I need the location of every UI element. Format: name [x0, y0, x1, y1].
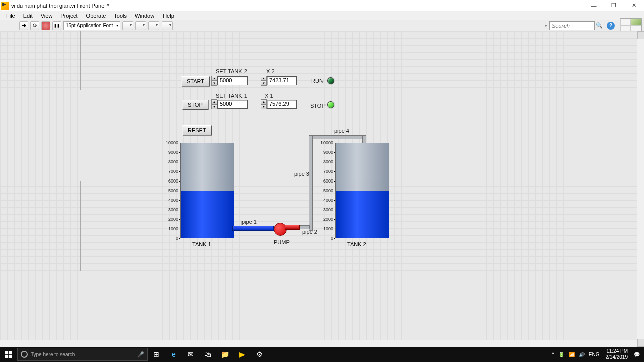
resize-menu[interactable]	[148, 21, 159, 30]
x1-label: X 1	[265, 93, 273, 99]
pipe4	[309, 135, 365, 139]
x1-indicator[interactable]: ▲▼ 7576.29	[261, 99, 297, 109]
notifications-icon[interactable]: 💬	[634, 352, 640, 357]
pipe1	[232, 226, 274, 231]
pipe2-label: pipe 2	[302, 229, 317, 235]
stop-button[interactable]: STOP	[182, 100, 208, 110]
tank2-name: TANK 2	[347, 241, 366, 247]
svg-rect-0	[5, 351, 8, 354]
tank2-body	[335, 143, 389, 238]
set-tank2-control[interactable]: ▲▼ 5000	[211, 76, 248, 86]
menu-operate[interactable]: Operate	[82, 12, 110, 20]
search-icon[interactable]: 🔍	[595, 21, 604, 30]
tank2[interactable]: 10000 9000 8000 7000 6000 5000 4000 3000…	[319, 143, 389, 238]
stop-led	[327, 101, 334, 108]
minimize-button[interactable]: —	[584, 1, 604, 11]
cortana-icon	[21, 351, 28, 358]
run-button[interactable]	[19, 21, 28, 30]
search-input[interactable]	[549, 21, 595, 30]
date: 2/14/2019	[606, 354, 628, 360]
menu-window[interactable]: Window	[131, 12, 158, 20]
svg-rect-1	[9, 351, 12, 354]
set-tank1-label: SET TANK 1	[216, 93, 247, 99]
edge-icon[interactable]: e	[165, 347, 182, 362]
tank1-name: TANK 1	[192, 241, 211, 247]
tank2-fill	[336, 191, 389, 238]
mail-icon[interactable]: ✉	[182, 347, 199, 362]
toolbar: 15pt Application Font ▾ 🔍 ?	[0, 20, 644, 31]
stop-led-label: STOP	[310, 103, 326, 109]
set-tank1-control[interactable]: ▲▼ 5000	[211, 99, 248, 109]
pipe1-label: pipe 1	[242, 219, 257, 225]
maximize-button[interactable]: ❐	[604, 1, 624, 11]
svg-rect-2	[5, 355, 8, 358]
window-title: vi du ham phat thoi gian.vi Front Panel …	[11, 3, 109, 9]
pump-outlet	[285, 225, 300, 230]
start-button[interactable]: START	[181, 76, 210, 86]
taskbar-search-placeholder: Type here to search	[31, 352, 75, 357]
tank2-scale: 10000 9000 8000 7000 6000 5000 4000 3000…	[319, 143, 333, 238]
run-led	[327, 77, 334, 84]
svg-rect-3	[9, 355, 12, 358]
wifi-icon[interactable]: 📶	[569, 352, 575, 357]
front-panel-canvas[interactable]: SET TANK 2 X 2 START ▲▼ 5000 ▲▼ 7423.71 …	[0, 31, 644, 347]
pump[interactable]	[274, 223, 287, 236]
pipe4-label: pipe 4	[334, 128, 349, 134]
store-icon[interactable]: 🛍	[199, 347, 216, 362]
horizontal-scrollbar[interactable]	[0, 340, 637, 347]
battery-icon[interactable]: 🔋	[558, 352, 565, 357]
help-icon[interactable]: ?	[607, 22, 615, 30]
time: 11:24 PM	[606, 348, 628, 354]
menu-project[interactable]: Project	[56, 12, 82, 20]
pump-label: PUMP	[274, 239, 290, 245]
tank1[interactable]: 10000 9000 8000 7000 6000 5000 4000 3000…	[164, 143, 234, 238]
distribute-menu[interactable]	[135, 21, 146, 30]
task-view-icon[interactable]: ⊞	[148, 347, 165, 362]
pipe3-label: pipe 3	[294, 171, 309, 177]
menu-edit[interactable]: Edit	[19, 12, 37, 20]
menu-file[interactable]: File	[2, 12, 19, 20]
x1-value[interactable]: 7576.29	[267, 100, 297, 109]
reset-button[interactable]: RESET	[182, 125, 212, 135]
labview-icon	[1, 2, 9, 10]
close-button[interactable]: ✕	[624, 1, 644, 11]
menu-tools[interactable]: Tools	[110, 12, 131, 20]
mic-icon[interactable]: 🎤	[137, 351, 144, 358]
increment-icon[interactable]: ▲	[211, 76, 217, 81]
x2-indicator[interactable]: ▲▼ 7423.71	[261, 76, 297, 86]
menu-view[interactable]: View	[37, 12, 57, 20]
set-tank2-value[interactable]: 5000	[217, 76, 248, 85]
app-icon[interactable]: ⚙	[251, 347, 268, 362]
taskbar-search[interactable]: Type here to search 🎤	[17, 348, 148, 361]
start-button-win[interactable]	[0, 347, 17, 362]
font-selector[interactable]: 15pt Application Font	[63, 21, 120, 30]
tank1-body	[180, 143, 234, 238]
tank1-fill	[181, 191, 234, 238]
run-label: RUN	[311, 78, 324, 84]
vertical-scrollbar[interactable]	[637, 31, 644, 347]
title-bar: vi du ham phat thoi gian.vi Front Panel …	[0, 0, 644, 11]
set-tank2-label: SET TANK 2	[216, 68, 247, 74]
pipe3	[309, 135, 313, 231]
run-continuous-button[interactable]	[30, 21, 39, 30]
volume-icon[interactable]: 🔊	[579, 352, 585, 357]
decrement-icon[interactable]: ▼	[211, 81, 217, 86]
menu-help[interactable]: Help	[158, 12, 178, 20]
clock[interactable]: 11:24 PM 2/14/2019	[604, 348, 630, 360]
abort-button[interactable]	[41, 21, 50, 30]
set-tank1-value[interactable]: 5000	[217, 100, 248, 109]
explorer-icon[interactable]: 📁	[216, 347, 233, 362]
pause-button[interactable]	[52, 21, 61, 30]
system-tray: ˄ 🔋 📶 🔊 ENG 11:24 PM 2/14/2019 💬	[552, 348, 644, 360]
tank1-scale: 10000 9000 8000 7000 6000 5000 4000 3000…	[164, 143, 178, 238]
x2-value[interactable]: 7423.71	[267, 76, 297, 85]
labview-task-icon[interactable]: ▶	[233, 347, 251, 362]
reorder-menu[interactable]	[162, 21, 173, 30]
align-menu[interactable]	[122, 21, 133, 30]
x2-label: X 2	[266, 68, 275, 74]
language-indicator[interactable]: ENG	[589, 352, 600, 357]
windows-taskbar: Type here to search 🎤 ⊞ e ✉ 🛍 📁 ▶ ⚙ ˄ 🔋 …	[0, 347, 644, 362]
tray-chevron-icon[interactable]: ˄	[552, 352, 554, 357]
icon-pane[interactable]	[620, 18, 642, 33]
